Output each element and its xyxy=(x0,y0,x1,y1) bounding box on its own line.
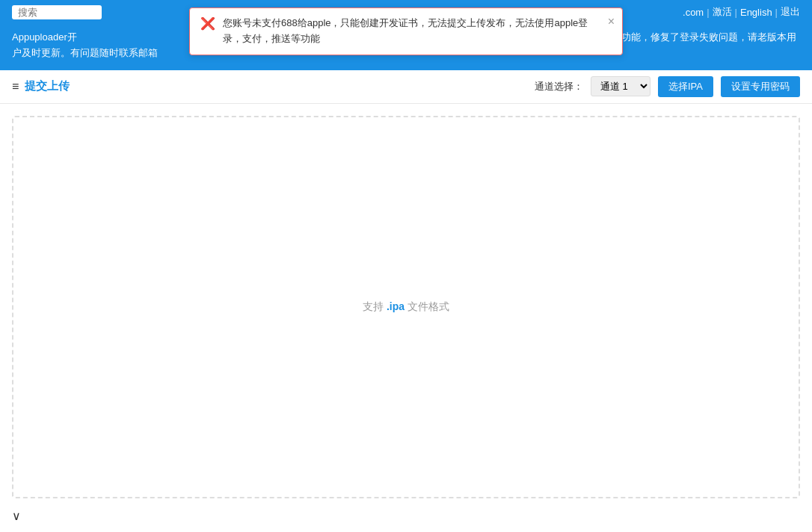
channel-label: 通道选择： xyxy=(535,80,583,93)
alert-box: ❌ 您账号未支付688给apple，只能创建开发证书，无法提交上传发布，无法使用… xyxy=(189,7,623,55)
menu-icon[interactable]: ≡ xyxy=(12,80,19,93)
toolbar-right: 通道选择： 通道 1 选择IPA 设置专用密码 xyxy=(535,76,800,97)
page-title: 提交上传 xyxy=(25,79,70,93)
divider-3: | xyxy=(775,7,778,18)
domain-text: .com xyxy=(683,7,704,18)
alert-close-button[interactable]: × xyxy=(608,16,615,28)
search-input[interactable] xyxy=(12,5,102,19)
divider-1: | xyxy=(707,7,709,18)
alert-message: 您账号未支付688给apple，只能创建开发证书，无法提交上传发布，无法使用ap… xyxy=(223,16,595,47)
channel-select[interactable]: 通道 1 xyxy=(591,76,650,96)
drop-zone[interactable]: 支持 .ipa 文件格式 xyxy=(12,116,800,498)
drop-ipa-label: .ipa xyxy=(387,300,405,312)
logout-link[interactable]: 退出 xyxy=(781,5,800,19)
english-link[interactable]: English xyxy=(740,7,772,18)
set-password-button[interactable]: 设置专用密码 xyxy=(721,76,800,97)
activate-link[interactable]: 激活 xyxy=(713,5,732,19)
drop-zone-text: 支持 .ipa 文件格式 xyxy=(363,300,449,314)
header-right: .com | 激活 | English | 退出 xyxy=(683,5,800,19)
drop-text-prefix: 支持 xyxy=(363,300,384,312)
drop-text-suffix: 文件格式 xyxy=(407,300,449,312)
bottom-arrow[interactable]: ∨ xyxy=(12,509,21,523)
divider-2: | xyxy=(735,7,737,18)
select-ipa-button[interactable]: 选择IPA xyxy=(658,76,713,97)
toolbar: ≡ 提交上传 通道选择： 通道 1 选择IPA 设置专用密码 xyxy=(0,70,812,104)
header-left xyxy=(12,5,102,19)
toolbar-left: ≡ 提交上传 xyxy=(12,79,70,93)
alert-error-icon: ❌ xyxy=(200,16,215,31)
